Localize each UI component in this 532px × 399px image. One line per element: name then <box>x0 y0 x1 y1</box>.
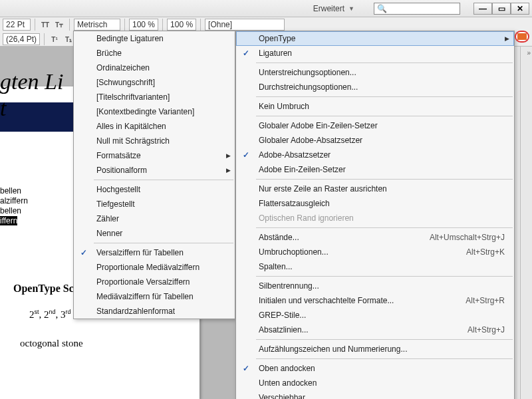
menu-item[interactable]: Hochgestellt <box>74 182 235 197</box>
menu-item[interactable]: ✓Adobe-Absatzsetzer <box>236 148 514 162</box>
superscript-icon[interactable]: T¹ <box>49 33 61 45</box>
menu-shortcut: Alt+Strg+R <box>466 296 505 305</box>
menu-item-label: Umbruchoptionen... <box>259 247 329 257</box>
menu-item[interactable]: [Schwungschrift] <box>74 75 235 90</box>
workspace-switcher[interactable]: Erweitert ▼ <box>307 2 360 15</box>
menu-item-label: Oben andocken <box>259 364 315 373</box>
menu-item[interactable]: GREP-Stile... <box>236 308 514 323</box>
menu-item-label: Proportionale Mediävalziffern <box>96 263 200 272</box>
menu-item[interactable]: ✓Versalziffern für Tabellen <box>74 245 235 260</box>
check-icon: ✓ <box>80 248 87 257</box>
list-item: bellen <box>0 186 28 196</box>
menu-item-label: Adobe Ein-Zeilen-Setzer <box>259 165 346 174</box>
menu-item[interactable]: Flattersatzausgleich <box>236 196 514 211</box>
menu-item[interactable]: Null mit Schrägstrich <box>74 134 235 148</box>
menu-item[interactable]: Unten andocken <box>236 376 514 390</box>
menu-item-label: Globaler Adobe-Absatzsetzer <box>259 136 362 145</box>
kerning-field[interactable]: Metrisch <box>74 19 120 31</box>
menu-item-label: Alles in Kapitälchen <box>96 122 166 131</box>
menu-item-label: Initialen und verschachtelte Formate... <box>259 296 394 305</box>
menu-item-label: Zähler <box>96 214 119 223</box>
menu-item-label: Ligaturen <box>259 49 292 58</box>
menu-item[interactable]: Nur erste Zeile an Raster ausrichten <box>236 182 514 196</box>
menu-item[interactable]: Spalten... <box>236 259 514 274</box>
menu-item[interactable]: Silbentrennung... <box>236 279 514 293</box>
menu-item[interactable]: Verschiebbar <box>236 390 514 399</box>
menu-item[interactable]: Bedingte Ligaturen <box>74 31 235 46</box>
menu-separator <box>256 227 513 228</box>
menu-separator <box>256 276 513 277</box>
hscale-field[interactable]: 100 % <box>129 19 158 31</box>
character-panel-menu: OpenType▶✓LigaturenUnterstreichungsoptio… <box>235 31 515 399</box>
menu-item[interactable]: ✓Ligaturen <box>236 46 514 61</box>
menu-item[interactable]: ✓Oben andocken <box>236 361 514 376</box>
menu-item-label: Proportionale Versalziffern <box>96 277 190 287</box>
menu-item[interactable]: Initialen und verschachtelte Formate...A… <box>236 293 514 308</box>
allcaps-icon[interactable]: TT <box>39 19 51 31</box>
menu-item-label: Positionalform <box>96 166 147 175</box>
menu-item[interactable]: Alles in Kapitälchen <box>74 119 235 134</box>
menu-item-label: Flattersatzausgleich <box>259 199 330 208</box>
menu-item[interactable]: Mediävalziffern für Tabellen <box>74 289 235 304</box>
menu-item[interactable]: Brüche <box>74 46 235 61</box>
menu-item[interactable]: Globaler Adobe Ein-Zeilen-Setzer <box>236 118 514 133</box>
menu-item[interactable]: Proportionale Mediävalziffern <box>74 260 235 275</box>
headline-2: t <box>0 96 6 121</box>
menu-item-label: Absatzlinien... <box>259 325 309 334</box>
menu-item-label: Abstände... <box>259 233 299 242</box>
panel-strip[interactable] <box>520 47 532 399</box>
menu-item[interactable]: Kein Umbruch <box>236 99 514 114</box>
menu-item-label: [Titelschriftvarianten] <box>96 92 170 102</box>
font-size-field[interactable]: 22 Pt <box>3 19 31 31</box>
menu-separator <box>94 243 233 243</box>
menu-separator <box>256 96 513 97</box>
menu-item[interactable]: Durchstreichungsoptionen... <box>236 80 514 94</box>
list-item: alziffern <box>0 196 28 206</box>
text-list: bellen alziffern bellen iffern <box>0 186 28 226</box>
menu-item-label: Ordinalzeichen <box>96 63 150 72</box>
menu-item[interactable]: [Kontextbedingte Varianten] <box>74 104 235 119</box>
smallcaps-icon[interactable]: Tᴛ <box>53 19 65 31</box>
menu-item-label: Spalten... <box>259 262 293 271</box>
menu-item[interactable]: Unterstreichungsoptionen... <box>236 65 514 80</box>
menu-item[interactable]: Absatzlinien...Alt+Strg+J <box>236 323 514 337</box>
menu-item[interactable]: [Titelschriftvarianten] <box>74 90 235 104</box>
chevron-right-icon: » <box>527 49 531 57</box>
search-input[interactable]: 🔍 <box>374 3 460 15</box>
menu-separator <box>256 116 513 116</box>
panel-menu-button[interactable] <box>515 31 529 43</box>
menu-item-label: Standardzahlenformat <box>96 307 175 316</box>
menu-item[interactable]: Proportionale Versalziffern <box>74 275 235 289</box>
menu-item[interactable]: Nenner <box>74 226 235 241</box>
menu-item-label: Bedingte Ligaturen <box>96 34 164 43</box>
chevron-down-icon: ▼ <box>348 5 354 12</box>
vscale-field[interactable]: 100 % <box>167 19 196 31</box>
menu-item[interactable]: Umbruchoptionen...Alt+Strg+K <box>236 245 514 259</box>
menu-item-label: Tiefgestellt <box>96 200 135 209</box>
menu-item[interactable]: Tiefgestellt <box>74 197 235 211</box>
menu-item[interactable]: Adobe Ein-Zeilen-Setzer <box>236 162 514 177</box>
menu-item[interactable]: Ordinalzeichen <box>74 61 235 75</box>
close-button[interactable]: ✕ <box>511 3 529 15</box>
menu-item-label: Adobe-Absatzsetzer <box>259 150 331 160</box>
menu-item[interactable]: Aufzählungszeichen und Nummerierung... <box>236 342 514 356</box>
menu-item[interactable]: Standardzahlenformat <box>74 304 235 319</box>
maximize-button[interactable]: ▭ <box>492 3 511 15</box>
charstyle-field[interactable]: [Ohne] <box>205 19 285 31</box>
menu-item-label: Verschiebbar <box>259 393 305 399</box>
minimize-button[interactable]: — <box>473 3 492 15</box>
menu-item-label: Unterstreichungsoptionen... <box>259 68 356 77</box>
menu-item[interactable]: Formatsätze▶ <box>74 148 235 163</box>
menu-item-label: Optischen Rand ignorieren <box>259 213 354 223</box>
menu-item-label: Versalziffern für Tabellen <box>96 248 184 257</box>
leading-field[interactable]: (26,4 Pt) <box>3 33 40 45</box>
menu-item-label: Aufzählungszeichen und Nummerierung... <box>259 344 407 354</box>
menu-item[interactable]: Zähler <box>74 211 235 226</box>
menu-item[interactable]: Positionalform▶ <box>74 163 235 178</box>
menu-item[interactable]: Abstände...Alt+Umschalt+Strg+J <box>236 230 514 245</box>
menu-item[interactable]: OpenType▶ <box>236 31 514 46</box>
menu-shortcut: Alt+Umschalt+Strg+J <box>430 233 505 242</box>
submenu-arrow-icon: ▶ <box>505 35 509 42</box>
menu-item[interactable]: Globaler Adobe-Absatzsetzer <box>236 133 514 148</box>
menu-item-label: Hochgestellt <box>96 185 140 194</box>
